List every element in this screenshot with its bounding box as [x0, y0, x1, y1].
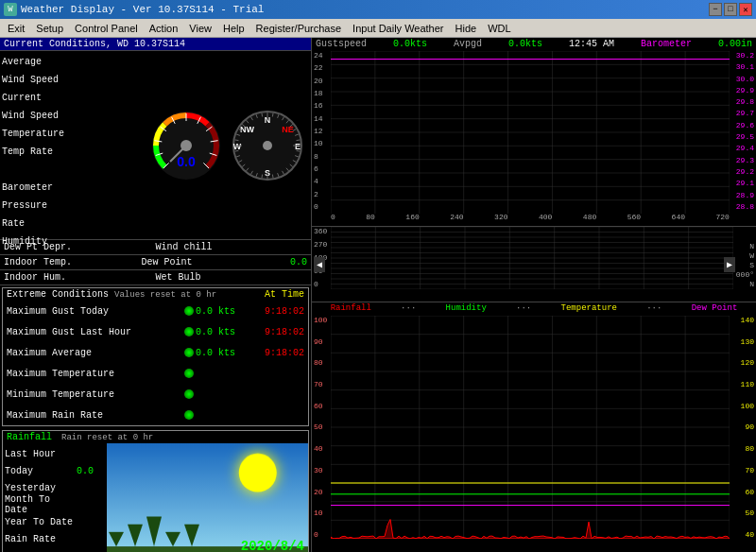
menu-item-setup[interactable]: Setup — [30, 21, 69, 36]
pressure-label: Pressure — [2, 197, 140, 215]
menu-item-wdl[interactable]: WDL — [482, 21, 516, 36]
window-controls: − □ ✕ — [709, 3, 752, 16]
scroll-left-icon[interactable]: ◀ — [314, 257, 325, 272]
dew-indoor-row: Dew Pt Depr. Wind chill — [0, 240, 311, 255]
top-x-label: 0 — [331, 213, 335, 226]
top-y-right-label: 29.7 — [731, 109, 754, 117]
menu-item-input-daily-weather[interactable]: Input Daily Weather — [347, 21, 449, 36]
top-x-label: 80 — [366, 213, 375, 226]
minimize-button[interactable]: − — [709, 3, 722, 16]
bottom-chart: Rainfall···Humidity···Temperature···Dew … — [312, 302, 756, 552]
empty-row — [2, 161, 140, 179]
bottom-legend-6: Dew Point — [692, 303, 738, 313]
indoor-temp-label-el: Indoor Temp. — [4, 257, 142, 267]
top-x-label: 560 — [627, 213, 641, 226]
indoor-dewpoint-row: Indoor Temp. Dew Point 0.0 — [0, 255, 311, 270]
gauges-area — [142, 51, 311, 239]
top-y-left-label: 10 — [314, 139, 329, 147]
top-x-label: 480 — [583, 213, 596, 226]
bottom-y-left-label: 10 — [314, 509, 329, 517]
bottom-y-right-label: 140 — [731, 316, 754, 324]
extreme-rows: Maximum Gust Today 0.0 kts 9:18:02 Maxim… — [3, 301, 308, 425]
bottom-y-right-label: 90 — [731, 423, 754, 431]
speed-gauge — [148, 108, 224, 183]
rainfall-labels: Last HourToday0.0YesterdayMonth To DateY… — [3, 443, 107, 552]
menu-item-help[interactable]: Help — [217, 21, 250, 36]
extreme-conditions-box: Extreme Conditions Values reset at 0 hr … — [2, 287, 309, 426]
top-y-right-label: 30.1 — [731, 62, 754, 71]
dew-point-label-el: Dew Point — [142, 257, 280, 267]
rainfall-box: Rainfall Rain reset at 0 hr Last HourTod… — [2, 430, 309, 552]
current-label: Current — [2, 89, 140, 107]
extreme-row-0: Maximum Gust Today 0.0 kts 9:18:02 — [3, 301, 308, 321]
rainfall-datetime: 2020/8/4 9:18:14 AM — [225, 538, 304, 552]
top-x-label: 320 — [494, 213, 507, 226]
bottom-y-left: 1009080706050403020100 — [312, 316, 331, 539]
top-y-right-label: 29.2 — [731, 167, 754, 176]
bottom-y-left-label: 30 — [314, 466, 329, 474]
wind-y-label: 0 — [314, 280, 329, 288]
extreme-title: Extreme Conditions Values reset at 0 hr — [7, 289, 216, 300]
menu-item-register/purchase[interactable]: Register/Purchase — [250, 21, 348, 36]
top-y-right-label: 28.9 — [731, 191, 754, 199]
sky-canvas-el — [107, 443, 308, 552]
bottom-y-left-label: 0 — [314, 530, 329, 539]
bottom-chart-canvas — [331, 316, 730, 539]
menu-item-action[interactable]: Action — [144, 21, 184, 36]
top-y-left-label: 2 — [314, 190, 329, 198]
bottom-y-right-label: 80 — [731, 444, 754, 453]
temp-rate-label: Temp Rate — [2, 143, 140, 161]
menu-item-view[interactable]: View — [183, 21, 217, 36]
wind-y-label: 270 — [314, 240, 329, 249]
bottom-y-left-label: 40 — [314, 444, 329, 453]
bottom-y-right-label: 100 — [731, 402, 754, 410]
temp-label: Temperature — [2, 125, 140, 143]
bottom-y-right-label: 120 — [731, 358, 754, 367]
avg-wind-label: Average — [2, 53, 140, 71]
wind-chart: 360270180900 N W S 000° N ◀ ▶ — [312, 227, 756, 302]
wind-right-arrow[interactable]: ▶ — [724, 257, 735, 272]
title-bar: W Weather Display - Ver 10.37S114 - Tria… — [0, 0, 756, 19]
rain-row-4: Year To Date — [5, 513, 105, 530]
top-y-left-label: 18 — [314, 89, 329, 97]
maximize-button[interactable]: □ — [724, 3, 737, 16]
top-y-right-label: 30.0 — [731, 75, 754, 83]
rainfall-image: 2020/8/4 9:18:14 AM — [107, 443, 308, 552]
wet-bulb-label-el: Wet Bulb — [156, 272, 308, 283]
rainfall-content: Last HourToday0.0YesterdayMonth To DateY… — [3, 443, 308, 552]
bottom-legend-4: Temperature — [561, 303, 617, 313]
data-labels: Average Wind Speed Current Wind Speed Te… — [0, 51, 142, 239]
menu-bar: ExitSetupControl PanelActionViewHelpRegi… — [0, 19, 756, 38]
top-y-right-label: 29.5 — [731, 132, 754, 141]
bottom-chart-header: Rainfall···Humidity···Temperature···Dew … — [312, 302, 756, 314]
rain-row-3: Month To Date — [5, 496, 105, 513]
scroll-right-icon[interactable]: ▶ — [724, 257, 735, 272]
wind-speed-label: Wind Speed — [2, 71, 140, 89]
top-chart-y-left: 242220181614121086420 — [312, 51, 331, 211]
menu-item-control-panel[interactable]: Control Panel — [69, 21, 144, 36]
top-y-left-label: 8 — [314, 152, 329, 161]
app-icon: W — [4, 3, 17, 16]
bottom-legend-1: ··· — [401, 303, 416, 313]
bottom-y-right: 140130120110100908070605040 — [730, 316, 756, 539]
menu-item-hide[interactable]: Hide — [450, 21, 483, 36]
extreme-row-5: Maximum Rain Rate — [3, 405, 308, 425]
top-x-label: 640 — [672, 213, 685, 226]
indoor-hum-wetbulb-row: Indoor Hum. Wet Bulb — [0, 270, 311, 285]
top-y-left-label: 12 — [314, 127, 329, 135]
top-y-right-label: 29.3 — [731, 156, 754, 164]
wind-left-arrow[interactable]: ◀ — [314, 257, 325, 272]
top-x-label: 160 — [405, 213, 419, 226]
top-chart-x-axis: 080160240320400480560640720 — [331, 213, 730, 226]
bottom-legend-5: ··· — [646, 303, 662, 313]
top-chart-header: Gustspeed 0.0kts Avpgd 0.0kts 12:45 AM B… — [312, 38, 756, 50]
conditions-header: Current Conditions, WD 10.37S114 — [0, 38, 311, 51]
top-y-right-label: 29.9 — [731, 86, 754, 95]
right-panel: Gustspeed 0.0kts Avpgd 0.0kts 12:45 AM B… — [312, 38, 756, 552]
dew-depr-label: Dew Pt Depr. — [4, 242, 156, 252]
close-button[interactable]: ✕ — [739, 3, 752, 16]
top-y-right-label: 28.8 — [731, 202, 754, 211]
baro-label: Barometer — [2, 179, 140, 197]
indoor-value: 0.0 — [279, 257, 307, 267]
menu-item-exit[interactable]: Exit — [2, 21, 30, 36]
